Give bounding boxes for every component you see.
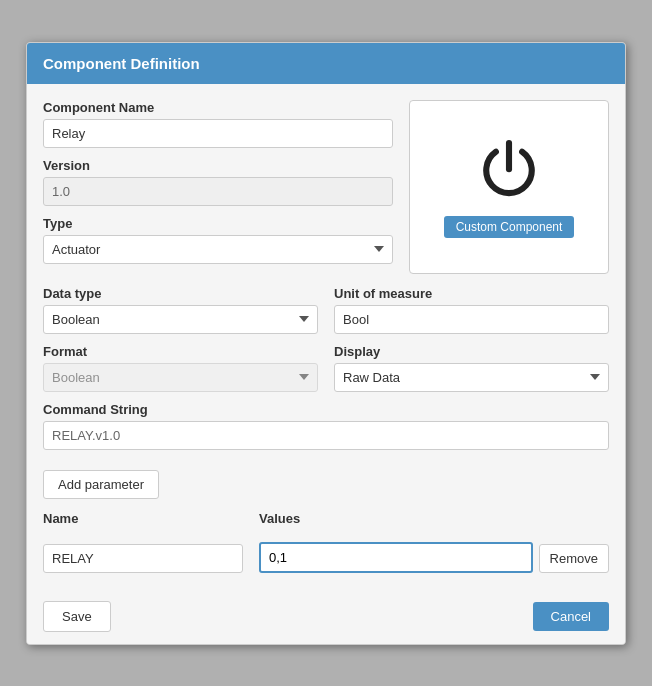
format-display-row: Format Boolean Display Raw Data Formatte… bbox=[43, 344, 609, 392]
type-group: Type Actuator Sensor bbox=[43, 216, 393, 264]
name-values-row: Remove bbox=[43, 542, 609, 573]
values-group: Remove bbox=[259, 542, 609, 573]
name-col-label: Name bbox=[43, 511, 243, 526]
component-name-group: Component Name bbox=[43, 100, 393, 148]
command-string-group: Command String bbox=[43, 402, 609, 450]
component-name-label: Component Name bbox=[43, 100, 393, 115]
format-group: Format Boolean bbox=[43, 344, 318, 392]
version-group: Version bbox=[43, 158, 393, 206]
add-parameter-row: Add parameter bbox=[43, 460, 609, 499]
display-label: Display bbox=[334, 344, 609, 359]
unit-of-measure-input[interactable] bbox=[334, 305, 609, 334]
dialog-footer: Save Cancel bbox=[27, 589, 625, 644]
data-type-select[interactable]: Boolean Integer String bbox=[43, 305, 318, 334]
dialog-title: Component Definition bbox=[43, 55, 200, 72]
component-preview: Custom Component bbox=[409, 100, 609, 274]
name-values-labels: Name Values bbox=[43, 511, 609, 530]
format-label: Format bbox=[43, 344, 318, 359]
data-type-unit-row: Data type Boolean Integer String Unit of… bbox=[43, 286, 609, 334]
values-col-label: Values bbox=[259, 511, 300, 526]
dialog-body: Component Name Version Type Actuator Sen… bbox=[27, 84, 625, 589]
save-button[interactable]: Save bbox=[43, 601, 111, 632]
display-group: Display Raw Data Formatted bbox=[334, 344, 609, 392]
dialog-header: Component Definition bbox=[27, 43, 625, 84]
component-definition-dialog: Component Definition Component Name Vers… bbox=[26, 42, 626, 645]
name-group bbox=[43, 544, 243, 573]
command-string-label: Command String bbox=[43, 402, 609, 417]
custom-component-badge: Custom Component bbox=[444, 216, 575, 238]
display-select[interactable]: Raw Data Formatted bbox=[334, 363, 609, 392]
cancel-button[interactable]: Cancel bbox=[533, 602, 609, 631]
data-type-label: Data type bbox=[43, 286, 318, 301]
power-icon bbox=[474, 136, 544, 206]
unit-of-measure-label: Unit of measure bbox=[334, 286, 609, 301]
left-fields: Component Name Version Type Actuator Sen… bbox=[43, 100, 393, 274]
type-label: Type bbox=[43, 216, 393, 231]
component-name-input[interactable] bbox=[43, 119, 393, 148]
values-input[interactable] bbox=[259, 542, 533, 573]
name-input[interactable] bbox=[43, 544, 243, 573]
unit-of-measure-group: Unit of measure bbox=[334, 286, 609, 334]
add-parameter-button[interactable]: Add parameter bbox=[43, 470, 159, 499]
data-type-group: Data type Boolean Integer String bbox=[43, 286, 318, 334]
top-section: Component Name Version Type Actuator Sen… bbox=[43, 100, 609, 274]
format-select[interactable]: Boolean bbox=[43, 363, 318, 392]
type-select[interactable]: Actuator Sensor bbox=[43, 235, 393, 264]
remove-button[interactable]: Remove bbox=[539, 544, 609, 573]
command-string-input[interactable] bbox=[43, 421, 609, 450]
version-input[interactable] bbox=[43, 177, 393, 206]
version-label: Version bbox=[43, 158, 393, 173]
